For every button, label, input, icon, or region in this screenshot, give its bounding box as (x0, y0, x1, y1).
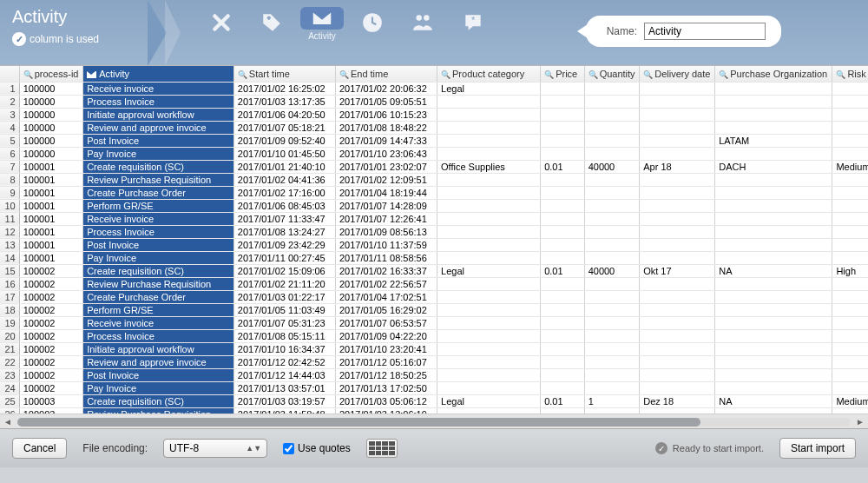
table-row[interactable]: 17100002Create Purchase Order2017/01/03 … (0, 290, 868, 303)
cell-price: 0.01 (541, 264, 584, 277)
table-row[interactable]: 20100002Process Invoice2017/01/08 05:15:… (0, 329, 868, 342)
table-row[interactable]: 19100002Receive invoice2017/01/07 05:31:… (0, 316, 868, 329)
cell-risk (832, 186, 868, 199)
cell-quantity (584, 186, 640, 199)
row-number: 14 (0, 251, 19, 264)
table-row[interactable]: 23100002Post Invoice2017/01/12 14:44:032… (0, 368, 868, 381)
scroll-right-icon[interactable]: ► (856, 417, 865, 427)
cell-price (541, 407, 584, 414)
col-purchase-org[interactable]: 🔍Purchase Organization (715, 66, 832, 82)
table-row[interactable]: 12100001Process Invoice2017/01/08 13:24:… (0, 225, 868, 238)
cell-risk: High (832, 264, 868, 277)
table-row[interactable]: 6100000Pay Invoice2017/01/10 01:45:50201… (0, 147, 868, 160)
row-number: 5 (0, 134, 19, 147)
row-number: 23 (0, 368, 19, 381)
col-end-time[interactable]: 🔍End time (335, 66, 437, 82)
cell-date (640, 147, 715, 160)
cell-date (640, 199, 715, 212)
comment-star-icon[interactable]: * (456, 5, 490, 40)
table-row[interactable]: 2100000Process Invoice2017/01/03 13:17:3… (0, 95, 868, 108)
table-row[interactable]: 10100001Perform GR/SE2017/01/06 08:45:03… (0, 199, 868, 212)
table-row[interactable]: 14100001Pay Invoice2017/01/11 00:27:4520… (0, 251, 868, 264)
cell-risk: Medium (832, 160, 868, 173)
row-number: 20 (0, 329, 19, 342)
cell-date (640, 173, 715, 186)
table-row[interactable]: 9100001Create Purchase Order2017/01/02 1… (0, 186, 868, 199)
table-row[interactable]: 5100000Post Invoice2017/01/09 09:52:4020… (0, 134, 868, 147)
cell-category (437, 303, 541, 316)
col-process-id[interactable]: 🔍process-id (19, 66, 82, 82)
close-icon[interactable] (204, 5, 239, 40)
cell-start-time: 2017/01/07 11:33:47 (233, 212, 335, 225)
ready-label: Ready to start import. (673, 443, 764, 453)
tag-icon[interactable] (254, 5, 289, 40)
magnifier-icon: 🔍 (339, 70, 349, 79)
people-icon[interactable] (405, 5, 440, 40)
start-import-button[interactable]: Start import (779, 438, 856, 459)
envelope-icon[interactable] (300, 7, 344, 30)
table-row[interactable]: 18100002Perform GR/SE2017/01/05 11:03:49… (0, 303, 868, 316)
cell-price (541, 381, 584, 394)
col-risk[interactable]: 🔍Risk (832, 66, 868, 82)
cell-date (640, 82, 715, 95)
cell-price (541, 329, 584, 342)
cell-risk (832, 95, 868, 108)
table-row[interactable]: 11100001Receive invoice2017/01/07 11:33:… (0, 212, 868, 225)
cell-activity: Create requisition (SC) (83, 160, 234, 173)
table-row[interactable]: 22100002Review and approve invoice2017/0… (0, 355, 868, 368)
name-input[interactable] (644, 23, 766, 40)
cell-start-time: 2017/01/09 09:52:40 (233, 134, 335, 147)
table-row[interactable]: 4100000Review and approve invoice2017/01… (0, 121, 868, 134)
cell-date (640, 368, 715, 381)
col-product-category[interactable]: 🔍Product category (437, 66, 541, 82)
cell-end-time: 2017/01/02 20:06:32 (335, 82, 437, 95)
use-quotes-input[interactable] (283, 443, 294, 454)
cell-quantity (584, 121, 640, 134)
cell-date (640, 186, 715, 199)
table-row[interactable]: 21100002Initiate approval workflow2017/0… (0, 342, 868, 355)
magnifier-icon: 🔍 (544, 70, 554, 79)
horizontal-scrollbar[interactable]: ◄ ► (0, 414, 868, 428)
activity-icon-wrap[interactable]: Activity (305, 5, 339, 40)
scroll-track[interactable] (17, 418, 851, 427)
col-rownum[interactable] (0, 66, 19, 82)
col-quantity[interactable]: 🔍Quantity (584, 66, 640, 82)
table-row[interactable]: 24100002Pay Invoice2017/01/13 03:57:0120… (0, 381, 868, 394)
scroll-left-icon[interactable]: ◄ (3, 417, 12, 427)
table-row[interactable]: 13100001Post Invoice2017/01/09 23:42:292… (0, 238, 868, 251)
cell-risk (832, 225, 868, 238)
table-row[interactable]: 16100002Review Purchase Requisition2017/… (0, 277, 868, 290)
cell-quantity (584, 277, 640, 290)
col-start-time[interactable]: 🔍Start time (233, 66, 335, 82)
table-row[interactable]: 25100003Create requisition (SC)2017/01/0… (0, 394, 868, 407)
cell-quantity (584, 95, 640, 108)
col-activity[interactable]: Activity (83, 66, 234, 82)
grid-icon[interactable] (366, 439, 398, 458)
cell-start-time: 2017/01/07 05:31:23 (233, 316, 335, 329)
cell-date (640, 225, 715, 238)
header-band: Activity ✓ column is used Activity * Nam… (0, 0, 868, 65)
cell-end-time: 2017/01/04 17:02:51 (335, 290, 437, 303)
table-row[interactable]: 3100000Initiate approval workflow2017/01… (0, 108, 868, 121)
table-scroll[interactable]: 🔍process-id Activity 🔍Start time 🔍End ti… (0, 66, 868, 414)
table-row[interactable]: 8100001Review Purchase Requisition2017/0… (0, 173, 868, 186)
clock-icon[interactable] (355, 5, 390, 40)
cancel-button[interactable]: Cancel (12, 438, 67, 459)
col-delivery-date[interactable]: 🔍Delivery date (640, 66, 715, 82)
table-row[interactable]: 15100002Create requisition (SC)2017/01/0… (0, 264, 868, 277)
cell-quantity (584, 238, 640, 251)
cell-org (715, 251, 832, 264)
scroll-thumb[interactable] (17, 418, 700, 427)
cell-activity: Perform GR/SE (83, 303, 234, 316)
col-price[interactable]: 🔍Price (541, 66, 584, 82)
footer-bar: Cancel File encoding: UTF-8 ▲▼ Use quote… (0, 428, 868, 467)
cell-quantity (584, 147, 640, 160)
cell-process-id: 100002 (19, 355, 82, 368)
table-row[interactable]: 26100003Review Purchase Requisition2017/… (0, 407, 868, 414)
svg-point-1 (416, 15, 422, 20)
table-row[interactable]: 1100000Receive invoice2017/01/02 16:25:0… (0, 82, 868, 95)
table-row[interactable]: 7100001Create requisition (SC)2017/01/01… (0, 160, 868, 173)
use-quotes-checkbox[interactable]: Use quotes (283, 442, 351, 454)
file-encoding-select[interactable]: UTF-8 ▲▼ (163, 439, 267, 458)
cell-category (437, 186, 541, 199)
